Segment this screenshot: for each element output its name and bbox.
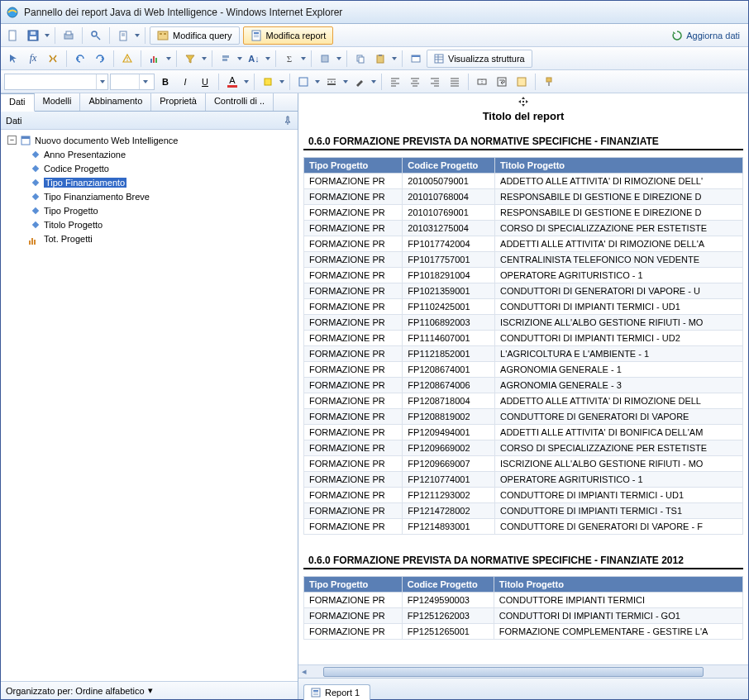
table-row[interactable]: FORMAZIONE PR201031275004CORSO DI SPECIA… xyxy=(304,221,743,236)
left-tab-modelli[interactable]: Modelli xyxy=(35,93,81,111)
data-table[interactable]: Tipo ProgettoCodice ProgettoTitolo Proge… xyxy=(303,576,743,640)
tree-field[interactable]: Tot. Progetti xyxy=(19,231,298,245)
font-size-combo[interactable] xyxy=(110,74,155,90)
table-cell[interactable]: FP1209494001 xyxy=(403,425,495,440)
font-family-combo[interactable] xyxy=(4,74,108,90)
column-header[interactable]: Tipo Progetto xyxy=(304,577,403,593)
save-button[interactable] xyxy=(24,26,42,45)
left-tab-controlli[interactable]: Controlli di .. xyxy=(206,93,274,111)
table-row[interactable]: FORMAZIONE PRFP1106892003ISCRIZIONE ALL'… xyxy=(304,315,743,331)
view-toggle-button[interactable] xyxy=(407,50,425,68)
find-button[interactable] xyxy=(87,26,105,45)
table-cell[interactable]: FORMAZIONE PR xyxy=(304,346,403,362)
table-cell[interactable]: FORMAZIONE PR xyxy=(304,440,403,456)
tool-variable-button[interactable] xyxy=(44,50,62,68)
report-title[interactable]: Titolo del report xyxy=(298,108,748,131)
table-row[interactable]: FORMAZIONE PRFP1208819002CONDUTTORE DI G… xyxy=(304,409,743,425)
table-cell[interactable]: FP1251262003 xyxy=(402,608,494,624)
table-row[interactable]: FORMAZIONE PR201010769001RESPONSABILE DI… xyxy=(304,205,743,221)
pin-icon[interactable] xyxy=(283,116,293,126)
cell-format-button[interactable] xyxy=(513,73,531,91)
left-tab-dati[interactable]: Dati xyxy=(1,93,35,112)
table-cell[interactable]: FP1209669007 xyxy=(403,456,495,472)
border-style-button[interactable] xyxy=(322,73,341,91)
modify-query-tab[interactable]: Modifica query xyxy=(150,26,240,45)
table-cell[interactable]: FORMAZIONE PR xyxy=(304,503,403,519)
border-color-dropdown[interactable] xyxy=(370,80,377,83)
format-painter-button[interactable] xyxy=(540,73,558,91)
table-row[interactable]: FORMAZIONE PRFP1018291004OPERATORE AGRIT… xyxy=(304,268,743,283)
sigma-dropdown[interactable] xyxy=(300,57,307,60)
left-footer[interactable]: Organizzato per: Ordine alfabetico ▾ xyxy=(1,681,298,699)
paste-button[interactable] xyxy=(371,50,389,68)
save-dropdown[interactable] xyxy=(44,34,50,37)
table-cell[interactable]: CORSO DI SPECIALIZZAZIONE PER ESTETISTE xyxy=(495,221,743,236)
table-row[interactable]: FORMAZIONE PRFP1249590003CONDUTTORE IMPI… xyxy=(304,593,743,608)
table-row[interactable]: FORMAZIONE PRFP1209669007ISCRIZIONE ALL'… xyxy=(304,456,743,472)
filter-dropdown[interactable] xyxy=(201,57,208,60)
fill-color-dropdown[interactable] xyxy=(279,80,285,83)
table-row[interactable]: FORMAZIONE PRFP1211293002CONDUTTORE DI I… xyxy=(304,488,743,503)
table-cell[interactable]: 201010768004 xyxy=(403,189,495,205)
underline-button[interactable]: U xyxy=(196,73,214,91)
left-tab-proprieta[interactable]: Proprietà xyxy=(151,93,206,111)
table-cell[interactable]: FORMAZIONE PR xyxy=(304,252,403,268)
chart-button[interactable] xyxy=(146,50,164,68)
table-cell[interactable]: FP1121852001 xyxy=(403,346,495,362)
font-size-input[interactable] xyxy=(111,74,139,89)
table-row[interactable]: FORMAZIONE PR201005079001ADDETTO ALLE AT… xyxy=(304,174,743,189)
table-cell[interactable]: CONDUTTORI DI IMPIANTI TERMICI - GO1 xyxy=(494,608,742,624)
table-row[interactable]: FORMAZIONE PRFP1214728002CONDUTTORE DI I… xyxy=(304,503,743,519)
table-cell[interactable]: FP1208674006 xyxy=(403,378,495,393)
table-cell[interactable]: FORMAZIONE PR xyxy=(304,472,403,488)
table-row[interactable]: FORMAZIONE PRFP1251262003CONDUTTORI DI I… xyxy=(304,608,743,624)
tree-field[interactable]: Tipo Progetto xyxy=(19,203,298,217)
copy-button[interactable] xyxy=(351,50,370,68)
left-tab-abbinamento[interactable]: Abbinamento xyxy=(80,93,151,111)
table-cell[interactable]: FORMAZIONE PR xyxy=(304,315,403,331)
align-left-button[interactable] xyxy=(386,73,404,91)
table-cell[interactable]: FP1208674001 xyxy=(403,362,495,378)
sort-button[interactable]: A↓ xyxy=(245,50,263,68)
horizontal-scrollbar[interactable]: ◂ xyxy=(298,664,748,678)
table-cell[interactable]: ISCRIZIONE ALL'ALBO GESTIONE RIFIUTI - M… xyxy=(495,315,743,331)
align-right-button[interactable] xyxy=(426,73,444,91)
table-cell[interactable]: FORMAZIONE PR xyxy=(304,331,403,346)
table-cell[interactable]: FP1214728002 xyxy=(403,503,495,519)
table-cell[interactable]: FORMAZIONE PR xyxy=(304,488,403,503)
table-cell[interactable]: FORMAZIONE PR xyxy=(304,205,403,221)
table-cell[interactable]: FORMAZIONE PR xyxy=(304,425,403,440)
tree-field[interactable]: Titolo Progetto xyxy=(19,217,298,231)
tool-pointer-button[interactable] xyxy=(4,50,22,68)
table-row[interactable]: FORMAZIONE PRFP1021359001CONDUTTORI DI G… xyxy=(304,283,743,299)
table-cell[interactable]: CONDUTTORI DI IMPIANTI TERMICI - UD2 xyxy=(495,331,743,346)
print-button[interactable] xyxy=(60,26,78,45)
border-dropdown[interactable] xyxy=(314,80,321,83)
tree-field[interactable]: Codice Progetto xyxy=(19,161,298,175)
table-cell[interactable]: FORMAZIONE PR xyxy=(304,378,403,393)
table-row[interactable]: FORMAZIONE PRFP1121852001L'AGRICOLTURA E… xyxy=(304,346,743,362)
table-row[interactable]: FORMAZIONE PRFP1208674006AGRONOMIA GENER… xyxy=(304,378,743,393)
bold-button[interactable]: B xyxy=(156,73,174,91)
table-cell[interactable]: FORMAZIONE PR xyxy=(304,299,403,315)
table-cell[interactable]: ADDETTI ALLE ATTIVITA' DI BONIFICA DELL'… xyxy=(495,425,743,440)
fill-color-button[interactable] xyxy=(259,73,277,91)
table-cell[interactable]: CONDUTTORE DI GENERATORI DI VAPORE - F xyxy=(495,519,743,535)
table-cell[interactable]: RESPONSABILE DI GESTIONE E DIREZIONE D xyxy=(495,189,743,205)
table-cell[interactable]: FORMAZIONE PR xyxy=(304,608,403,624)
rank-dropdown[interactable] xyxy=(236,57,243,60)
chart-dropdown[interactable] xyxy=(165,57,172,60)
align-justify-button[interactable] xyxy=(446,73,464,91)
table-cell[interactable]: FP1251265001 xyxy=(402,624,494,640)
border-style-dropdown[interactable] xyxy=(342,80,349,83)
scroll-left-icon[interactable]: ◂ xyxy=(298,666,310,677)
tree-field[interactable]: Tipo Finanziamento xyxy=(19,175,298,189)
table-cell[interactable]: CONDUTTORE DI IMPIANTI TERMICI - TS1 xyxy=(495,503,743,519)
table-cell[interactable]: ISCRIZIONE ALL'ALBO GESTIONE RIFIUTI - M… xyxy=(495,456,743,472)
table-cell[interactable]: CENTRALINISTA TELEFONICO NON VEDENTE xyxy=(495,252,743,268)
table-cell[interactable]: OPERATORE AGRITURISTICO - 1 xyxy=(495,268,743,283)
table-cell[interactable]: FP1211293002 xyxy=(403,488,495,503)
table-cell[interactable]: FP1214893001 xyxy=(403,519,495,535)
table-cell[interactable]: FORMAZIONE PR xyxy=(304,519,403,535)
insert-button[interactable] xyxy=(316,50,334,68)
